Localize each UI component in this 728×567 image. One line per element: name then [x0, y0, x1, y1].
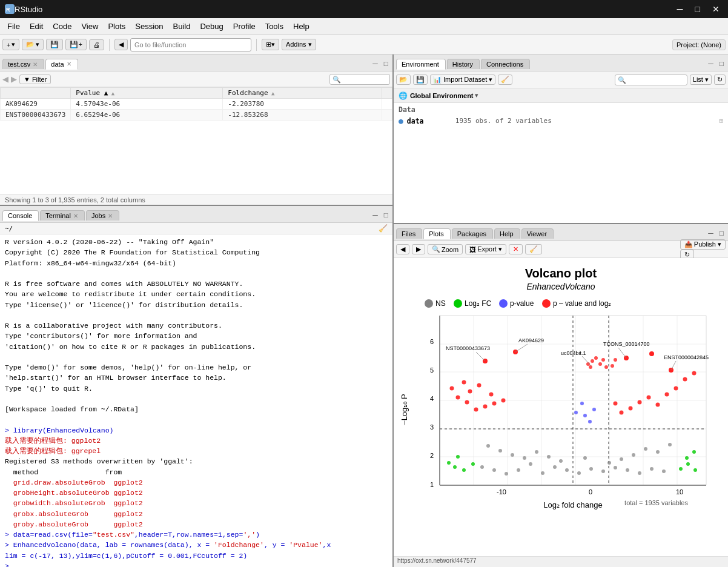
maximize-button[interactable]: □ — [692, 3, 704, 15]
delete-plot-button[interactable]: ✕ — [509, 244, 523, 254]
tab-terminal[interactable]: Terminal ✕ — [40, 210, 85, 220]
project-button[interactable]: Project: (None) — [672, 39, 726, 50]
filter-icon: ▼ — [24, 76, 30, 83]
env-search-input[interactable] — [615, 75, 687, 85]
clear-plots-button[interactable]: 🧹 — [525, 244, 542, 254]
addins-button[interactable]: Addins ▾ — [282, 39, 316, 50]
import-dataset-button[interactable]: 📊 Import Dataset ▾ — [430, 75, 495, 85]
collapse-env-button[interactable]: ─ — [706, 59, 715, 68]
svg-point-43 — [517, 468, 520, 472]
svg-point-96 — [492, 402, 497, 406]
collapse-console-button[interactable]: ─ — [371, 210, 380, 220]
goto-input[interactable] — [130, 38, 251, 51]
tab-packages[interactable]: Packages — [452, 228, 493, 239]
svg-point-97 — [501, 399, 506, 403]
svg-point-61 — [559, 459, 563, 463]
svg-point-116 — [594, 356, 598, 360]
tab-plots[interactable]: Plots — [423, 228, 450, 239]
filter-button[interactable]: ▼ Filter — [19, 75, 51, 84]
tab-console[interactable]: Console — [2, 210, 39, 221]
menu-plots[interactable]: Plots — [103, 19, 130, 33]
collapse-plots-button[interactable]: ─ — [706, 228, 715, 238]
publish-button[interactable]: 📤 Publish ▾ — [680, 239, 726, 250]
tab-packages-label: Packages — [457, 230, 486, 237]
tab-data[interactable]: data ✕ — [45, 59, 78, 70]
list-view-button[interactable]: List ▾ — [690, 75, 712, 85]
new-file-button[interactable]: + ▾ — [2, 39, 19, 50]
clear-console-btn[interactable]: 🧹 — [498, 75, 512, 85]
svg-point-101 — [629, 406, 633, 411]
svg-point-68 — [498, 449, 502, 453]
tab-history[interactable]: History — [447, 59, 480, 69]
app-title: RStudio — [15, 5, 42, 14]
tab-viewer[interactable]: Viewer — [521, 228, 554, 239]
expand-env-button[interactable]: □ — [718, 59, 726, 68]
data-search-input[interactable] — [329, 74, 390, 85]
grid-button[interactable]: ⊞▾ — [262, 39, 279, 50]
tab-testcsv[interactable]: test.csv ✕ — [2, 59, 44, 69]
prev-plot-button[interactable]: ◀ — [396, 244, 409, 254]
console-line: R version 4.0.2 (2020-06-22) -- "Taking … — [5, 237, 388, 247]
tab-help[interactable]: Help — [494, 228, 520, 239]
save-all-button[interactable]: 💾+ — [65, 39, 86, 50]
tab-testcsv-close[interactable]: ✕ — [33, 61, 38, 68]
save-workspace-button[interactable]: 💾 — [413, 75, 428, 85]
back-button[interactable]: ◀ — [114, 39, 128, 50]
menu-code[interactable]: Code — [48, 19, 76, 33]
minimize-button[interactable]: ─ — [673, 3, 687, 15]
tab-data-close[interactable]: ✕ — [67, 61, 71, 67]
print-button[interactable]: 🖨 — [89, 39, 104, 50]
console-tab-controls: ─ □ — [371, 210, 390, 220]
svg-point-94 — [462, 380, 466, 385]
tab-terminal-close[interactable]: ✕ — [73, 213, 78, 219]
menu-session[interactable]: Session — [130, 19, 168, 33]
col-pvalue[interactable]: Pvalue ▲ — [71, 88, 223, 99]
menu-help[interactable]: Help — [288, 19, 314, 33]
menu-file[interactable]: File — [2, 19, 25, 33]
expand-data-button[interactable]: □ — [382, 59, 390, 68]
svg-point-47 — [565, 468, 569, 472]
menu-view[interactable]: View — [76, 19, 103, 33]
expand-data-icon[interactable]: ⊞ — [719, 117, 723, 125]
expand-plots-button[interactable]: □ — [718, 228, 726, 238]
data-panel: test.csv ✕ data ✕ ─ □ ◀ ▶ ▼ Filter — [0, 55, 392, 206]
expand-console-button[interactable]: □ — [382, 210, 390, 220]
load-workspace-button[interactable]: 📂 — [396, 75, 411, 85]
menu-debug[interactable]: Debug — [195, 19, 228, 33]
menu-edit[interactable]: Edit — [25, 19, 48, 33]
svg-point-108 — [674, 386, 678, 391]
clear-console-button[interactable]: 🧹 — [379, 224, 388, 233]
menu-tools[interactable]: Tools — [260, 19, 288, 33]
col-foldchange[interactable]: Foldchange — [223, 88, 382, 99]
tab-files[interactable]: Files — [396, 228, 422, 239]
tab-environment[interactable]: Environment — [396, 59, 446, 70]
open-file-button[interactable]: 📂 ▾ — [22, 39, 44, 50]
svg-point-75 — [471, 462, 475, 466]
svg-point-6 — [454, 299, 462, 308]
data-table[interactable]: Pvalue ▲ Foldchange AK094629 4.57043e-06… — [0, 87, 392, 194]
close-button[interactable]: ✕ — [709, 3, 723, 15]
svg-point-109 — [683, 377, 687, 382]
next-plot-button[interactable]: ▶ — [412, 244, 425, 254]
menu-profile[interactable]: Profile — [228, 19, 260, 33]
export-button[interactable]: 🖼 Export ▾ — [465, 244, 506, 254]
menu-build[interactable]: Build — [168, 19, 196, 33]
env-dropdown-icon[interactable]: ▾ — [475, 91, 478, 99]
tab-jobs-close[interactable]: ✕ — [108, 213, 113, 219]
svg-text:EnhancedVolcano: EnhancedVolcano — [526, 282, 595, 291]
svg-point-122 — [614, 358, 617, 362]
svg-point-56 — [638, 471, 641, 475]
save-button[interactable]: 💾 — [46, 39, 63, 50]
svg-point-65 — [632, 453, 635, 457]
zoom-button[interactable]: 🔍 Zoom — [428, 244, 463, 254]
svg-text:Log₂ fold change: Log₂ fold change — [543, 500, 603, 509]
console-content[interactable]: R version 4.0.2 (2020-06-22) -- "Taking … — [0, 234, 392, 567]
svg-point-45 — [541, 471, 544, 475]
plots-tab-controls: ─ □ — [706, 228, 726, 238]
svg-text:0: 0 — [589, 488, 592, 496]
collapse-data-button[interactable]: ─ — [371, 59, 380, 68]
refresh-env-button[interactable]: ↻ — [714, 75, 726, 85]
console-line: Type 'license()' or 'licence()' for dist… — [5, 300, 388, 310]
tab-connections[interactable]: Connections — [481, 59, 530, 69]
tab-jobs[interactable]: Jobs ✕ — [86, 210, 119, 220]
